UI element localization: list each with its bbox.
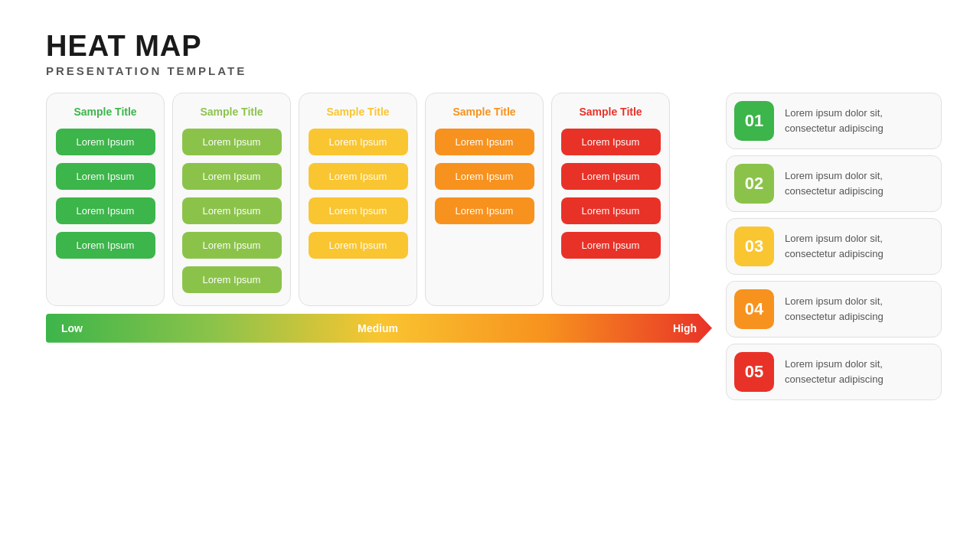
heat-btn-col5-row1: Lorem Ipsum	[561, 129, 661, 155]
col-title-4: Sample Title	[452, 106, 515, 118]
heat-btn-col1-row2: Lorem Ipsum	[56, 163, 155, 190]
legend-text-5: Lorem ipsum dolor sit, consectetur adipi…	[785, 357, 929, 386]
scale-high: High	[673, 322, 697, 334]
heat-btn-col2-row5: Lorem Ipsum	[182, 266, 282, 293]
heat-btn-col5-row2: Lorem Ipsum	[561, 163, 661, 190]
legend-text-4: Lorem ipsum dolor sit, consectetur adipi…	[785, 294, 929, 324]
heat-btn-col2-row2: Lorem Ipsum	[182, 163, 282, 190]
legend-card-1: 01Lorem ipsum dolor sit, consectetur adi…	[726, 93, 942, 149]
legend-num-5: 05	[734, 352, 774, 392]
heat-btn-col2-row4: Lorem Ipsum	[182, 232, 282, 259]
main-title: HEAT MAP	[46, 31, 942, 63]
heatmap-section: Sample TitleLorem IpsumLorem IpsumLorem …	[46, 93, 712, 306]
heat-btn-col4-row1: Lorem Ipsum	[435, 129, 534, 155]
legend-card-5: 05Lorem ipsum dolor sit, consectetur adi…	[726, 344, 942, 400]
scale-bar: Low Medium High	[46, 314, 712, 343]
legend-card-3: 03Lorem ipsum dolor sit, consectetur adi…	[726, 218, 942, 275]
legend-text-2: Lorem ipsum dolor sit, consectetur adipi…	[785, 168, 929, 198]
heat-btn-col2-row1: Lorem Ipsum	[182, 129, 282, 155]
scale-bar-container: Low Medium High	[46, 314, 712, 343]
scale-medium: Medium	[358, 322, 398, 334]
col-title-5: Sample Title	[579, 106, 642, 118]
heat-btn-col3-row2: Lorem Ipsum	[309, 163, 408, 190]
heat-btn-col3-row1: Lorem Ipsum	[309, 129, 408, 155]
content-area: Sample TitleLorem IpsumLorem IpsumLorem …	[46, 93, 942, 528]
scale-low: Low	[61, 322, 83, 334]
heat-btn-col1-row3: Lorem Ipsum	[56, 197, 155, 224]
col-title-1: Sample Title	[74, 106, 136, 118]
legend-text-3: Lorem ipsum dolor sit, consectetur adipi…	[785, 231, 929, 261]
heatmap-col-3: Sample TitleLorem IpsumLorem IpsumLorem …	[299, 93, 417, 306]
legend-text-1: Lorem ipsum dolor sit, consectetur adipi…	[785, 106, 929, 135]
legend-num-3: 03	[734, 227, 774, 266]
legend-num-2: 02	[734, 164, 774, 204]
heatmap-col-2: Sample TitleLorem IpsumLorem IpsumLorem …	[172, 93, 291, 306]
sub-title: PRESENTATION TEMPLATE	[46, 64, 942, 77]
heat-btn-col4-row3: Lorem Ipsum	[435, 197, 534, 224]
heat-btn-col5-row3: Lorem Ipsum	[561, 197, 661, 224]
legend-card-2: 02Lorem ipsum dolor sit, consectetur adi…	[726, 155, 942, 212]
heatmap-col-4: Sample TitleLorem IpsumLorem IpsumLorem …	[425, 93, 544, 306]
heatmap-col-1: Sample TitleLorem IpsumLorem IpsumLorem …	[46, 93, 165, 306]
legend-section: 01Lorem ipsum dolor sit, consectetur adi…	[726, 93, 942, 528]
col-title-3: Sample Title	[326, 106, 389, 118]
col-title-2: Sample Title	[200, 106, 263, 118]
header: HEAT MAP PRESENTATION TEMPLATE	[46, 31, 942, 77]
legend-card-4: 04Lorem ipsum dolor sit, consectetur adi…	[726, 281, 942, 337]
heat-btn-col4-row2: Lorem Ipsum	[435, 163, 534, 190]
heat-btn-col3-row3: Lorem Ipsum	[309, 197, 408, 224]
heat-btn-col3-row4: Lorem Ipsum	[309, 232, 408, 259]
page: HEAT MAP PRESENTATION TEMPLATE Sample Ti…	[0, 0, 980, 551]
legend-num-4: 04	[734, 289, 774, 329]
heat-btn-col1-row4: Lorem Ipsum	[56, 232, 155, 259]
heat-btn-col1-row1: Lorem Ipsum	[56, 129, 155, 155]
legend-num-1: 01	[734, 101, 774, 141]
heatmap-col-5: Sample TitleLorem IpsumLorem IpsumLorem …	[551, 93, 670, 306]
heat-btn-col2-row3: Lorem Ipsum	[182, 197, 282, 224]
heat-btn-col5-row4: Lorem Ipsum	[561, 232, 661, 259]
